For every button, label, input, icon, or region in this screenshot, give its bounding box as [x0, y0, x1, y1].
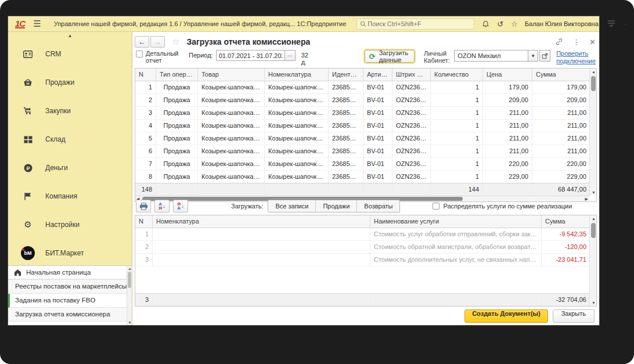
- distribute-services-checkbox[interactable]: Распределять услуги по сумме реализации: [433, 203, 572, 210]
- checkbox-box[interactable]: [136, 51, 143, 57]
- search-input[interactable]: [366, 20, 471, 28]
- printer-icon: [139, 203, 148, 210]
- sidebar-section-label: CRM: [45, 50, 61, 58]
- refresh-icon: ⟳: [369, 52, 376, 61]
- open-window-tab[interactable]: Загрузка отчета комиссионера: [8, 308, 132, 322]
- bit-market-logo: bM: [21, 247, 35, 260]
- search-icon: [360, 21, 366, 27]
- create-documents-button[interactable]: Создать Документ(ы): [464, 309, 547, 323]
- services-vertical-scrollbar[interactable]: ▲▼: [589, 215, 596, 306]
- titlebar: 1С ☰ Управление нашей фирмой, редакция 1…: [8, 16, 599, 32]
- operations-table-row[interactable]: 3 Продажа Козырек-шапочка дл... Козырек-…: [135, 107, 590, 120]
- sort-desc-icon: ЯА↓: [177, 202, 183, 210]
- operations-table-row[interactable]: 8 Продажа Козырек-шапочка дл... Козырек-…: [135, 171, 590, 183]
- services-table-header: N Номенклатура Наименование услуги Сумма: [135, 215, 590, 228]
- current-user[interactable]: Балан Юлия Викторовна: [525, 20, 599, 27]
- operations-table-row[interactable]: 6 Продажа Козырек-шапочка дл... Козырек-…: [135, 145, 590, 158]
- services-table-row[interactable]: 1 Стоимость услуг обработки отправлений,…: [135, 228, 590, 241]
- sidebar-section-label: Склад: [45, 135, 66, 143]
- sidebar-section-деньги[interactable]: P Деньги: [8, 156, 132, 179]
- services-table-row[interactable]: 3 Стоимость дополнительных услуг, не свя…: [135, 254, 590, 266]
- sort-asc-button[interactable]: АЯ↓: [154, 200, 170, 212]
- notifications-bell-icon[interactable]: [482, 20, 489, 28]
- sidebar-section-label: Компания: [45, 192, 77, 200]
- services-table-totals: 3 -32 704,06: [135, 293, 590, 306]
- period-input[interactable]: [216, 50, 284, 61]
- open-window-tab[interactable]: Реестры поставок на маркетплейсы: [8, 280, 132, 294]
- app-title: Управление нашей фирмой, редакция 1.6 / …: [54, 20, 347, 27]
- 1c-logo: 1С: [15, 20, 25, 28]
- operations-table-row[interactable]: 2 Продажа Козырек-шапочка дл... Козырек-…: [135, 94, 590, 107]
- service-menu-icon[interactable]: [608, 20, 615, 27]
- basket-icon: [21, 76, 35, 89]
- services-table-row[interactable]: 2 Стоимость обратной магистрали, обработ…: [135, 241, 590, 254]
- home-page-item[interactable]: Начальная страница: [8, 266, 132, 280]
- checkbox-box[interactable]: [433, 203, 440, 210]
- minimize-button[interactable]: –: [623, 20, 627, 28]
- forward-button[interactable]: →: [150, 36, 165, 48]
- warehouse-grid-icon: [21, 133, 35, 146]
- desktop-background: 1С ☰ Управление нашей фирмой, редакция 1…: [0, 0, 634, 364]
- favorite-page-star-icon[interactable]: ☆: [172, 37, 179, 47]
- sidebar-collapse-arrow[interactable]: ▲: [8, 33, 132, 38]
- records-filter-option[interactable]: Возвраты: [357, 200, 399, 212]
- sidebar: ▲ CRM Продажи Закупки: [8, 32, 132, 325]
- distribute-services-label: Распределять услуги по сумме реализации: [443, 203, 572, 210]
- sort-asc-icon: АЯ↓: [158, 202, 165, 210]
- operations-table-row[interactable]: 7 Продажа Козырек-шапочка дл... Козырек-…: [135, 158, 590, 171]
- records-filter-option[interactable]: Все записи: [268, 200, 316, 212]
- operations-table-row[interactable]: 1 Продажа Козырек-шапочка дл... Козырек-…: [135, 81, 590, 94]
- history-icon[interactable]: ↺: [497, 20, 503, 28]
- sidebar-section-label: Продажи: [45, 78, 74, 87]
- operations-table-row[interactable]: 5 Продажа Козырек-шапочка дл... Козырек-…: [135, 132, 590, 145]
- sidebar-section-компания[interactable]: Компания: [8, 185, 132, 208]
- home-page-label: Начальная страница: [26, 269, 91, 276]
- open-window-tab[interactable]: Задания на поставку FBO: [8, 294, 132, 308]
- period-picker-button[interactable]: ...: [284, 50, 296, 61]
- form-close-icon[interactable]: ✕: [589, 38, 596, 46]
- more-menu-kebab-icon[interactable]: ⋮: [572, 38, 580, 46]
- sort-desc-button[interactable]: ЯА↓: [173, 200, 188, 212]
- sidebar-section-label: БИТ.Маркет: [45, 249, 84, 257]
- tabs-scrollbar[interactable]: ▲▼: [127, 266, 132, 325]
- load-data-button[interactable]: ⟳ Загрузить данные: [365, 50, 415, 63]
- cabinet-open-icon[interactable]: [539, 50, 550, 62]
- sidebar-section-склад[interactable]: Склад: [8, 128, 132, 151]
- close-form-button[interactable]: Закрыть: [553, 309, 595, 323]
- cabinet-value[interactable]: OZON Михаил: [454, 50, 528, 62]
- filter-label: Загружать:: [231, 203, 263, 210]
- check-connection-link[interactable]: Проверить подключение: [556, 50, 596, 65]
- open-windows-panel: Начальная страница Реестры поставок на м…: [8, 265, 132, 325]
- sidebar-section-продажи[interactable]: Продажи: [8, 71, 132, 94]
- cabinet-label: Личный Кабинет:: [424, 50, 451, 64]
- records-filter: Все записиПродажиВозвраты: [268, 200, 400, 212]
- print-button[interactable]: [136, 200, 151, 212]
- sidebar-section-label: Деньги: [45, 164, 68, 172]
- flag-icon: [21, 190, 35, 203]
- sidebar-section-настройки[interactable]: ⚙ Настройки: [8, 213, 132, 236]
- page-title: Загрузка отчета комиссионера: [186, 37, 310, 46]
- cabinet-dropdown-icon[interactable]: ▼: [528, 50, 538, 62]
- sidebar-section-label: Настройки: [45, 221, 80, 229]
- operations-vertical-scrollbar[interactable]: ▲▼: [589, 69, 596, 196]
- cabinet-combo[interactable]: OZON Михаил ▼: [454, 50, 550, 62]
- app-window: 1С ☰ Управление нашей фирмой, редакция 1…: [8, 16, 599, 325]
- favorites-star-icon[interactable]: ☆: [511, 20, 518, 28]
- sidebar-section-бит-маркет[interactable]: bM БИТ.Маркет: [8, 242, 132, 265]
- detail-report-checkbox[interactable]: Детальный отчет: [136, 50, 182, 64]
- operations-table-totals: 148 144 68 447,00: [135, 183, 590, 196]
- get-link-icon[interactable]: [555, 38, 563, 46]
- operations-table-header: N Тип операции Товар Номенклатура Иденти…: [135, 69, 590, 81]
- sidebar-section-crm[interactable]: CRM: [8, 42, 132, 66]
- period-label: Период:: [189, 52, 213, 59]
- main-panel: ← → ☆ Загрузка отчета комиссионера ⋮ ✕ Д…: [132, 32, 599, 325]
- operations-table: N Тип операции Товар Номенклатура Иденти…: [135, 68, 597, 202]
- back-button[interactable]: ←: [135, 36, 149, 48]
- sidebar-section-закупки[interactable]: Закупки: [8, 99, 132, 122]
- main-menu-icon[interactable]: ☰: [33, 19, 41, 29]
- global-search[interactable]: [356, 19, 474, 30]
- svg-text:P: P: [26, 165, 30, 171]
- gear-icon: ⚙: [21, 218, 35, 231]
- records-filter-option[interactable]: Продажи: [316, 200, 357, 212]
- operations-table-row[interactable]: 4 Продажа Козырек-шапочка дл... Козырек-…: [135, 120, 590, 132]
